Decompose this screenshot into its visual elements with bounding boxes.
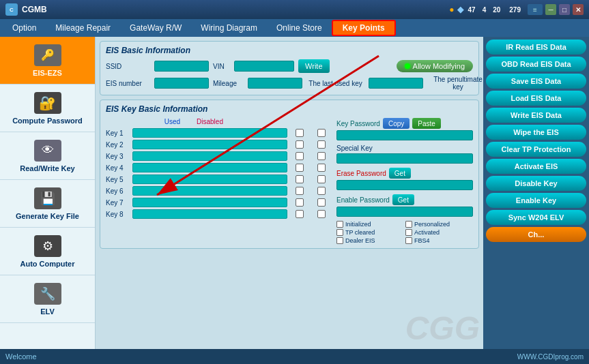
sidebar-item-compute-password[interactable]: 🔐 Compute Password (0, 85, 95, 132)
close-button[interactable]: ✕ (573, 4, 584, 15)
sidebar-item-read-write-key[interactable]: 👁 Read/Write Key (0, 132, 95, 180)
key-info-layout: Used Disabled Key 1 Key 2 (106, 118, 473, 244)
mileage-input[interactable] (248, 78, 302, 89)
read-write-key-icon: 👁 (34, 140, 61, 162)
special-key-input[interactable] (336, 153, 473, 164)
list-item: FBS4 (405, 237, 473, 244)
personalized-checkbox[interactable] (405, 221, 412, 228)
dealer-eis-checkbox[interactable] (336, 237, 343, 244)
key-used-cb-8[interactable] (296, 210, 304, 218)
write-button[interactable]: Write (298, 59, 329, 73)
ir-read-eis-button[interactable]: IR Read EIS Data (486, 40, 586, 55)
ch-button[interactable]: Ch... (486, 227, 586, 242)
counter3: 20 (493, 6, 500, 14)
key-bar-6[interactable] (132, 186, 287, 196)
key-used-cb-5[interactable] (296, 175, 304, 183)
key-name-2: Key 2 (106, 141, 130, 149)
key-disabled-cb-7[interactable] (317, 198, 326, 207)
erase-password-input[interactable] (336, 180, 473, 190)
website-text: WWW.CGDIprog.com (517, 353, 584, 361)
key-disabled-cb-2[interactable] (317, 140, 326, 149)
auto-computer-icon: ⚙ (34, 235, 61, 257)
key-used-cb-2[interactable] (296, 140, 304, 149)
menu-icon[interactable]: ≡ (528, 4, 543, 15)
get-erase-button[interactable]: Get (389, 168, 411, 179)
activate-eis-button[interactable]: Activate EIS (486, 159, 586, 174)
sidebar-item-generate-key-file[interactable]: 💾 Generate Key File (0, 180, 95, 228)
key-disabled-cb-5[interactable] (317, 175, 326, 183)
sidebar-item-elv[interactable]: 🔧 ELV (0, 275, 95, 323)
write-eis-button[interactable]: Write EIS Data (486, 108, 586, 123)
counter2: 4 (483, 6, 487, 14)
menu-mileage-repair[interactable]: Mileage Repair (46, 21, 120, 35)
paste-button[interactable]: Paste (412, 118, 441, 129)
menu-online-store[interactable]: Online Store (267, 21, 332, 35)
allow-modifying-button[interactable]: Allow Modifying (397, 60, 473, 72)
key-disabled-cb-8[interactable] (317, 210, 326, 218)
activated-checkbox[interactable] (405, 229, 412, 236)
app-logo: C (5, 3, 18, 16)
key-used-cb-3[interactable] (296, 152, 304, 160)
wipe-eis-button[interactable]: Wipe the EIS (486, 125, 586, 140)
maximize-button[interactable]: □ (559, 4, 570, 15)
key-disabled-cb-4[interactable] (317, 164, 326, 172)
table-row: Key 3 (106, 151, 331, 161)
disable-key-button[interactable]: Disable Key (486, 176, 586, 191)
status-icon1: ● (449, 5, 454, 14)
key-disabled-cb-3[interactable] (317, 152, 326, 160)
key-bar-1[interactable] (132, 128, 287, 138)
sync-w204-button[interactable]: Sync W204 ELV (486, 210, 586, 225)
get-enable-button[interactable]: Get (392, 194, 414, 205)
key-used-cb-4[interactable] (296, 164, 304, 172)
ssid-input[interactable] (154, 61, 209, 72)
erase-password-label: Erase Password (336, 170, 386, 177)
dealer-eis-label: Dealer EIS (345, 237, 375, 244)
sidebar-label-read-write-key: Read/Write Key (20, 164, 75, 172)
vin-input[interactable] (234, 61, 294, 72)
enable-password-group: Enable Password Get (336, 194, 473, 217)
enable-password-label-row: Enable Password Get (336, 194, 473, 205)
enable-key-button[interactable]: Enable Key (486, 193, 586, 208)
key-bar-4[interactable] (132, 163, 287, 172)
key-password-input[interactable] (336, 130, 473, 140)
fbs4-label: FBS4 (414, 237, 430, 244)
key-bar-5[interactable] (132, 175, 287, 184)
eis-number-input[interactable] (154, 78, 209, 89)
menu-key-points[interactable]: Key Points (332, 20, 396, 36)
load-eis-button[interactable]: Load EIS Data (486, 91, 586, 106)
tp-cleared-checkbox[interactable] (336, 229, 343, 236)
counter4: 279 (509, 6, 521, 14)
table-row: Key 8 (106, 209, 331, 219)
key-bar-2[interactable] (132, 140, 287, 149)
key-name-7: Key 7 (106, 199, 130, 207)
key-name-5: Key 5 (106, 176, 130, 183)
status-icon2: ◆ (457, 5, 463, 14)
enable-password-input[interactable] (336, 207, 473, 217)
obd-read-eis-button[interactable]: OBD Read EIS Data (486, 57, 586, 72)
clear-tp-button[interactable]: Clear TP Protection (486, 142, 586, 157)
key-bar-7[interactable] (132, 198, 287, 207)
copy-button[interactable]: Copy (383, 118, 410, 129)
last-used-key-input[interactable] (369, 78, 423, 89)
title-controls: ● ◆ 47 4 20 279 ≡ ─ □ ✕ (449, 4, 584, 15)
menu-gateway-rw[interactable]: GateWay R/W (120, 21, 191, 35)
list-item: Activated (405, 229, 473, 236)
status-text: Welcome (5, 352, 37, 361)
key-used-cb-6[interactable] (296, 187, 304, 195)
sidebar-item-eis-ezs[interactable]: 🔑 EIS-EZS (0, 37, 95, 85)
allow-modifying-label: Allow Modifying (413, 62, 465, 70)
sidebar-item-auto-computer[interactable]: ⚙ Auto Computer (0, 228, 95, 275)
minimize-button[interactable]: ─ (545, 4, 556, 15)
key-used-cb-7[interactable] (296, 198, 304, 207)
key-disabled-cb-6[interactable] (317, 187, 326, 195)
key-disabled-cb-1[interactable] (317, 129, 326, 137)
menu-wiring-diagram[interactable]: Wiring Diagram (191, 21, 267, 35)
generate-key-file-icon: 💾 (34, 187, 61, 209)
initialized-checkbox[interactable] (336, 221, 343, 228)
save-eis-button[interactable]: Save EIS Data (486, 74, 586, 89)
key-bar-8[interactable] (132, 209, 287, 219)
key-bar-3[interactable] (132, 151, 287, 161)
menu-option[interactable]: Option (3, 21, 46, 35)
fbs4-checkbox[interactable] (405, 237, 412, 244)
key-used-cb-1[interactable] (296, 129, 304, 137)
